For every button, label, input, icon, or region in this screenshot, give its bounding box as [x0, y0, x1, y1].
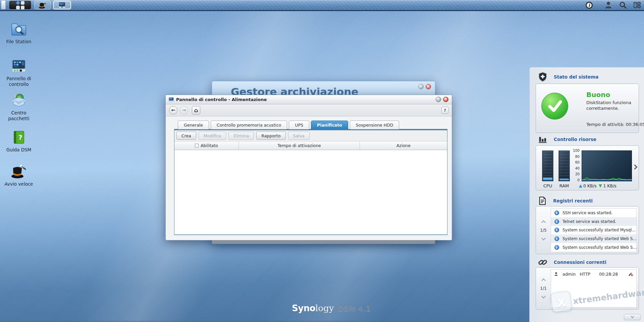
- table-header: Abilitato Tempo di attivazione Azione: [174, 141, 447, 150]
- taskbar-task-avvio-veloce[interactable]: [34, 1, 51, 9]
- column-header-azione[interactable]: Azione: [360, 141, 447, 150]
- table-body-empty: [174, 150, 447, 235]
- log-row[interactable]: i System successfully started Mysql...: [551, 226, 636, 235]
- taskbar-task-control-panel[interactable]: [53, 1, 71, 9]
- close-button[interactable]: ×: [443, 97, 448, 102]
- chevron-down-icon: [631, 315, 634, 318]
- info-icon[interactable]: i: [586, 2, 593, 9]
- current-connections-title[interactable]: Connessioni correnti: [554, 260, 606, 265]
- column-label: Azione: [396, 143, 411, 148]
- current-connections-header: Connessioni correnti: [538, 257, 606, 267]
- kill-connection-icon[interactable]: [628, 271, 634, 277]
- svg-text:?: ?: [18, 133, 22, 141]
- column-header-tempo-attivazione[interactable]: Tempo di attivazione: [239, 141, 360, 150]
- resource-monitor-title[interactable]: Controllo risorse: [554, 137, 596, 142]
- search-icon[interactable]: [619, 1, 627, 9]
- recent-logs-title[interactable]: Registri recenti: [553, 198, 593, 203]
- back-button[interactable]: ←: [169, 106, 177, 114]
- desktop-icon-package-center[interactable]: Centro pacchetti: [1, 92, 37, 122]
- pilot-view-icon[interactable]: [633, 1, 641, 9]
- forward-button[interactable]: →: [180, 106, 188, 114]
- network-chart-y-axis: 10080 6040 200: [569, 148, 580, 182]
- dialog-titlebar[interactable]: Pannello di controllo - Alimentazione ×: [166, 95, 452, 104]
- window-bottom-edge: [212, 241, 435, 244]
- brand-version: DSM 4.1: [338, 305, 371, 313]
- dialog-toolbar: ← → ⌂ ?: [166, 104, 452, 117]
- desktop-icon-file-station[interactable]: File Station: [1, 21, 37, 45]
- tab-sospensione-hdd[interactable]: Sospensione HDD: [350, 121, 399, 129]
- minimize-button[interactable]: [418, 84, 424, 89]
- tab-controllo-promemoria-acustico[interactable]: Controllo promemoria acustico: [211, 121, 287, 129]
- magic-hat-icon: [11, 163, 27, 179]
- taskbar: i: [0, 0, 644, 11]
- network-legend: 0 KB/s 1 KB/s: [579, 183, 616, 188]
- shield-icon: [538, 72, 548, 82]
- logs-page-down[interactable]: [541, 236, 546, 240]
- action-button-strip: Crea Modifica Elimina Rapporto Salva: [174, 130, 447, 141]
- cpu-gauge: [542, 150, 553, 181]
- ram-label: RAM: [558, 183, 570, 188]
- column-label: Tempo di attivazione: [277, 143, 321, 148]
- crea-button[interactable]: Crea: [176, 132, 196, 140]
- status-description: DiskStation funziona correttamente.: [586, 100, 633, 111]
- connection-protocol: HTTP: [580, 272, 590, 277]
- connections-page-down[interactable]: [541, 294, 546, 298]
- recent-logs-header: Registri recenti: [538, 196, 593, 206]
- resource-detail-arrow[interactable]: [632, 165, 638, 170]
- log-row[interactable]: i SSH service was started.: [551, 209, 636, 217]
- column-header-abilitato[interactable]: Abilitato: [174, 141, 239, 150]
- elimina-button[interactable]: Elimina: [228, 132, 254, 140]
- main-menu-button[interactable]: [9, 1, 31, 9]
- connections-page-up[interactable]: [541, 278, 546, 283]
- connection-duration: 00:28:28: [599, 272, 618, 277]
- connection-row[interactable]: admin HTTP 00:28:28: [551, 270, 636, 278]
- ram-gauge: [558, 150, 570, 181]
- tab-ups[interactable]: UPS: [289, 121, 309, 129]
- brand-bold: Syno: [292, 303, 315, 313]
- magic-hat-icon: [39, 1, 47, 9]
- rapporto-button[interactable]: Rapporto: [256, 132, 285, 140]
- select-all-checkbox[interactable]: [195, 144, 199, 147]
- info-log-icon: i: [554, 219, 559, 224]
- help-button[interactable]: ?: [441, 107, 448, 114]
- home-button[interactable]: ⌂: [192, 106, 200, 114]
- desktop-icon-label: Pannello di controllo: [1, 76, 37, 87]
- control-panel-icon: [168, 97, 174, 102]
- control-panel-task-icon: [58, 1, 66, 9]
- download-value: 1 KB/s: [603, 183, 616, 188]
- logs-pager: 1/5: [536, 206, 551, 254]
- main-menu-icon: [16, 1, 24, 9]
- recent-logs-card: 1/5 i SSH service was started. i Telnet …: [536, 206, 639, 254]
- resource-monitor-header: Controllo risorse: [538, 135, 596, 144]
- taskbar-separator: [598, 1, 598, 9]
- system-status-title[interactable]: Stato del sistema: [554, 74, 598, 80]
- log-row[interactable]: i Telnet service was started.: [551, 217, 636, 226]
- modifica-button[interactable]: Modifica: [199, 132, 226, 140]
- download-arrow-icon: [599, 184, 602, 188]
- desktop-icon-quick-start[interactable]: Avvio veloce: [1, 163, 37, 187]
- desktop-icon-dsm-help[interactable]: ? Guida DSM: [1, 130, 37, 153]
- log-text: System successfully started Web S...: [562, 236, 637, 241]
- user-icon[interactable]: [604, 1, 613, 9]
- desktop-icon-control-panel[interactable]: Pannello di controllo: [1, 58, 37, 87]
- log-row[interactable]: i System successfully started Web S...: [551, 243, 636, 252]
- info-log-icon: i: [554, 211, 559, 215]
- close-button[interactable]: ×: [426, 84, 431, 89]
- logs-page-up[interactable]: [541, 220, 546, 225]
- desktop-icon-label: Centro pacchetti: [1, 110, 37, 122]
- taskbar-right-icons: i: [586, 0, 641, 10]
- log-row[interactable]: i System successfully started Web S...: [551, 234, 636, 243]
- minimize-button[interactable]: [436, 97, 441, 102]
- log-text: System successfully started Mysql...: [562, 228, 636, 232]
- connections-page-indicator: 1/1: [540, 286, 546, 291]
- tab-generale[interactable]: Generale: [178, 121, 209, 129]
- connection-user: admin: [562, 272, 576, 277]
- widget-sidebar: Stato del sistema Buono DiskStation funz…: [529, 67, 644, 322]
- show-desktop-button[interactable]: [1, 0, 6, 9]
- tab-pianificato[interactable]: Pianificato: [311, 121, 348, 129]
- network-traffic-chart: [582, 150, 632, 181]
- sidebar-collapse-button[interactable]: [624, 314, 641, 320]
- status-value: Buono: [586, 91, 610, 99]
- status-ok-icon: [541, 93, 568, 120]
- salva-button[interactable]: Salva: [288, 132, 310, 140]
